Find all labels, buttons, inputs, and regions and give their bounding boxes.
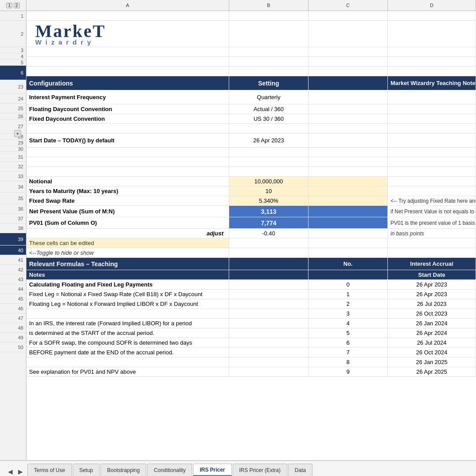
row-num-35: 35 xyxy=(0,193,26,204)
cell-44-no: 3 xyxy=(309,309,388,318)
cell-28-d xyxy=(388,148,476,157)
row-47: For a SOFR swap, the compound SOFR is de… xyxy=(26,338,476,348)
row-4 xyxy=(26,57,476,67)
row-40-teaching-subheader: Notes Start Date End xyxy=(26,270,476,280)
row-num-42: 42 xyxy=(0,265,26,275)
cell-47-no: 6 xyxy=(309,338,388,347)
cell-50-a: See explanation for PV01 and NPV above xyxy=(26,367,229,376)
row-26 xyxy=(26,124,476,134)
cell-3-a xyxy=(26,47,229,56)
tab-irs-pricer-extra[interactable]: IRS Pricer (Extra) xyxy=(233,464,287,476)
cell-33-d: <-- Try adjusting Fixed Rate here and xyxy=(388,196,476,205)
row-34: Net Present Value (Sum of M:N) 3,113 if … xyxy=(26,206,476,217)
cell-30-d xyxy=(388,167,476,176)
cell-41-a: Calculating Floating and Fixed Leg Payme… xyxy=(26,280,229,289)
cell-38-d xyxy=(388,248,476,257)
cell-34-d: if Net Present Value is not equals to 0 xyxy=(388,206,476,217)
row-39-teaching-header: Relevant Formulas – Teaching No. Interes… xyxy=(26,258,476,270)
cell-1-c xyxy=(309,11,388,20)
row-2-logo: MarkeT Wizardry xyxy=(26,21,476,47)
tab-bootstrapping[interactable]: Bootstrapping xyxy=(100,464,146,476)
cell-37-a: These cells can be edited xyxy=(26,238,229,248)
tab-conditionality[interactable]: Conditionality xyxy=(147,464,192,476)
row-6-header: Configurations Setting Market Wizardry T… xyxy=(26,76,476,90)
cell-26-c xyxy=(309,124,388,133)
cell-4-d xyxy=(388,57,476,66)
row-48: BEFORE payment date at the END of the ac… xyxy=(26,348,476,357)
tab-terms-of-use[interactable]: Terms of Use xyxy=(27,464,72,476)
cell-49-a xyxy=(26,357,229,367)
cell-34-b: 3,113 xyxy=(229,206,309,217)
tab-scroll-arrows: ◀ ▶ xyxy=(4,467,26,476)
cell-5-d xyxy=(388,67,476,76)
cell-4-a xyxy=(26,57,229,66)
cell-35-c xyxy=(309,217,388,228)
cell-3-d xyxy=(388,47,476,56)
cell-40-no xyxy=(309,270,388,279)
group-btn-1[interactable]: 1 xyxy=(6,3,12,8)
row-num-47: 47 xyxy=(0,313,26,323)
col-header-b: B xyxy=(229,0,309,11)
row-num-43: 43 xyxy=(0,275,26,284)
cell-42-a: Fixed Leg = Notional x Fixed Swap Rate (… xyxy=(26,290,229,299)
tab-data[interactable]: Data xyxy=(288,464,312,476)
cell-3-b xyxy=(229,47,309,56)
cell-33-a: Fixed Swap Rate xyxy=(26,196,229,205)
row-num-4: 4 xyxy=(0,53,26,60)
tab-scroll-right[interactable]: ▶ xyxy=(16,467,25,476)
cell-33-b[interactable]: 5.340% xyxy=(229,196,309,205)
cell-1-b xyxy=(229,11,309,20)
row-num-30: 30 xyxy=(0,146,26,152)
expand-group-button[interactable]: + xyxy=(14,130,21,137)
row-num-24: 24 xyxy=(0,94,26,104)
cell-28-b xyxy=(229,148,309,157)
cell-43-a: Floating Leg = Notional x Forward Implie… xyxy=(26,299,229,309)
row-38: <--Toggle to hide or show xyxy=(26,248,476,258)
cell-42-no: 1 xyxy=(309,290,388,299)
cell-42-b xyxy=(229,290,309,299)
cell-45-no: 4 xyxy=(309,319,388,328)
header-setting: Setting xyxy=(229,76,309,90)
tab-scroll-left[interactable]: ◀ xyxy=(6,467,15,476)
row-45: In an IRS, the interest rate (Forward Im… xyxy=(26,319,476,328)
cell-47-b xyxy=(229,338,309,347)
row-num-1: 1 xyxy=(0,11,26,21)
cell-44-start: 26 Oct 2023 xyxy=(388,309,476,318)
cell-2-d xyxy=(388,21,476,47)
cell-46-no: 5 xyxy=(309,328,388,338)
cell-36-d: in basis points xyxy=(388,229,476,238)
tab-setup[interactable]: Setup xyxy=(73,464,100,476)
row-49: 8 26 Jan 2025 26 Ap xyxy=(26,357,476,367)
cell-38-a: <--Toggle to hide or show xyxy=(26,248,229,257)
row-37: These cells can be edited xyxy=(26,238,476,248)
col-header-c: C xyxy=(309,0,388,11)
cell-31-b[interactable]: 10,000,000 xyxy=(229,177,309,186)
cell-32-b[interactable]: 10 xyxy=(229,186,309,196)
cell-47-a: For a SOFR swap, the compound SOFR is de… xyxy=(26,338,229,347)
cell-48-start: 26 Oct 2024 xyxy=(388,348,476,357)
tab-irs-pricer[interactable]: IRS Pricer xyxy=(193,464,231,476)
cell-2-b xyxy=(229,21,309,47)
cell-32-a: Years to Maturity (Max: 10 years) xyxy=(26,186,229,196)
cell-40-start-date: Start Date xyxy=(388,270,476,279)
row-36: adjust -0.40 in basis points xyxy=(26,229,476,238)
row-num-3: 3 xyxy=(0,47,26,53)
cell-35-a: PV01 (Sum of Column O) xyxy=(26,217,229,228)
cell-37-d xyxy=(388,238,476,248)
col-header-d: D xyxy=(388,0,476,11)
row-num-36: 36 xyxy=(0,204,26,214)
cell-40-a: Notes xyxy=(26,270,229,279)
group-btn-2[interactable]: 2 xyxy=(14,3,20,8)
cell-46-a: is determined at the START of the accrua… xyxy=(26,328,229,338)
cell-5-c xyxy=(309,67,388,76)
row-num-37: 37 xyxy=(0,214,26,223)
cell-43-start: 26 Jul 2023 xyxy=(388,299,476,309)
row-num-26: 26 xyxy=(0,113,26,119)
cell-26-d xyxy=(388,124,476,133)
row-44: 3 26 Oct 2023 26 Ja xyxy=(26,309,476,319)
cell-44-a xyxy=(26,309,229,318)
row-num-5: 5 xyxy=(0,60,26,66)
cell-25-d xyxy=(388,114,476,123)
cell-39-interest-accrual: Interest Accrual xyxy=(388,258,476,270)
cell-23-c xyxy=(309,90,388,104)
